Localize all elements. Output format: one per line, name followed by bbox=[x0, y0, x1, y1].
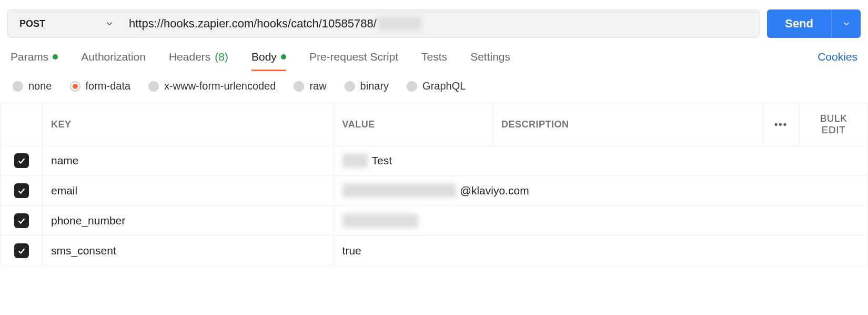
http-method-select[interactable]: POST bbox=[8, 10, 124, 37]
tab-params[interactable]: Params bbox=[11, 51, 58, 71]
value-text: Test bbox=[372, 154, 392, 167]
tab-headers[interactable]: Headers (8) bbox=[169, 51, 228, 71]
check-icon bbox=[14, 243, 29, 258]
body-type-binary[interactable]: binary bbox=[345, 80, 389, 92]
tab-settings[interactable]: Settings bbox=[470, 51, 510, 71]
bulk-edit-button[interactable]: Bulk Edit bbox=[800, 103, 868, 146]
radio-icon bbox=[407, 81, 417, 92]
key-cell[interactable]: sms_consent bbox=[43, 236, 334, 266]
table-row: phone_numberxxxxxxxxxxxx bbox=[1, 206, 868, 236]
cookies-link[interactable]: Cookies bbox=[817, 51, 857, 71]
value-cell[interactable]: xxxxxxxxxxxx bbox=[334, 206, 867, 236]
tab-body[interactable]: Body bbox=[251, 51, 286, 71]
chevron-down-icon bbox=[105, 19, 114, 28]
col-value: VALUE bbox=[334, 103, 492, 146]
value-cell[interactable]: XXXX Test bbox=[334, 146, 867, 176]
row-checkbox[interactable] bbox=[1, 176, 43, 206]
radio-icon bbox=[345, 81, 355, 92]
request-tabs: Params Authorization Headers (8) Body Pr… bbox=[0, 43, 868, 71]
http-method-label: POST bbox=[19, 18, 45, 29]
body-type-formdata[interactable]: form-data bbox=[70, 80, 131, 92]
url-input[interactable]: https://hooks.zapier.com/hooks/catch/105… bbox=[124, 17, 759, 31]
value-text: true bbox=[342, 244, 361, 257]
row-checkbox[interactable] bbox=[1, 146, 43, 176]
headers-count: (8) bbox=[215, 51, 228, 63]
body-type-none[interactable]: none bbox=[13, 80, 52, 92]
columns-options-button[interactable]: ••• bbox=[763, 103, 800, 146]
formdata-table: KEY VALUE DESCRIPTION ••• Bulk Edit name… bbox=[0, 103, 868, 266]
key-cell[interactable]: name bbox=[43, 146, 334, 176]
url-visible-part: https://hooks.zapier.com/hooks/catch/105… bbox=[129, 17, 377, 31]
check-icon bbox=[14, 183, 29, 198]
radio-icon bbox=[294, 81, 304, 92]
table-row: emailxxxxxxxxxxxxxxxxxx@klaviyo.com bbox=[1, 176, 868, 206]
chevron-down-icon bbox=[842, 19, 851, 28]
table-row: sms_consenttrue bbox=[1, 236, 868, 266]
row-checkbox[interactable] bbox=[1, 206, 43, 236]
body-type-selector: none form-data x-www-form-urlencoded raw… bbox=[0, 71, 868, 103]
body-type-urlencoded[interactable]: x-www-form-urlencoded bbox=[148, 80, 276, 92]
url-redacted-part: xxxxxx bbox=[379, 17, 421, 30]
check-icon bbox=[14, 213, 29, 228]
row-checkbox[interactable] bbox=[1, 236, 43, 266]
key-cell[interactable]: phone_number bbox=[43, 206, 334, 236]
radio-icon bbox=[148, 81, 159, 92]
key-cell[interactable]: email bbox=[43, 176, 334, 206]
value-cell[interactable]: xxxxxxxxxxxxxxxxxx@klaviyo.com bbox=[334, 176, 867, 206]
tab-tests[interactable]: Tests bbox=[421, 51, 447, 71]
radio-icon bbox=[70, 81, 80, 92]
request-line: POST https://hooks.zapier.com/hooks/catc… bbox=[7, 9, 760, 38]
tab-authorization[interactable]: Authorization bbox=[81, 51, 146, 71]
params-active-dot-icon bbox=[53, 54, 58, 60]
col-description: DESCRIPTION bbox=[492, 103, 762, 146]
redacted-value: XXXX bbox=[342, 154, 368, 168]
radio-icon bbox=[13, 81, 23, 92]
value-text: @klaviyo.com bbox=[460, 184, 529, 197]
body-active-dot-icon bbox=[281, 54, 286, 60]
body-type-graphql[interactable]: GraphQL bbox=[407, 80, 466, 92]
send-button[interactable]: Send bbox=[767, 9, 831, 38]
table-row: nameXXXX Test bbox=[1, 146, 868, 176]
value-cell[interactable]: true bbox=[334, 236, 867, 266]
check-icon bbox=[14, 153, 29, 168]
body-type-raw[interactable]: raw bbox=[294, 80, 326, 92]
col-key: KEY bbox=[43, 103, 334, 146]
redacted-value: xxxxxxxxxxxx bbox=[342, 214, 418, 228]
send-dropdown-button[interactable] bbox=[831, 9, 861, 38]
redacted-value: xxxxxxxxxxxxxxxxxx bbox=[342, 184, 456, 198]
tab-prerequest-script[interactable]: Pre-request Script bbox=[309, 51, 398, 71]
